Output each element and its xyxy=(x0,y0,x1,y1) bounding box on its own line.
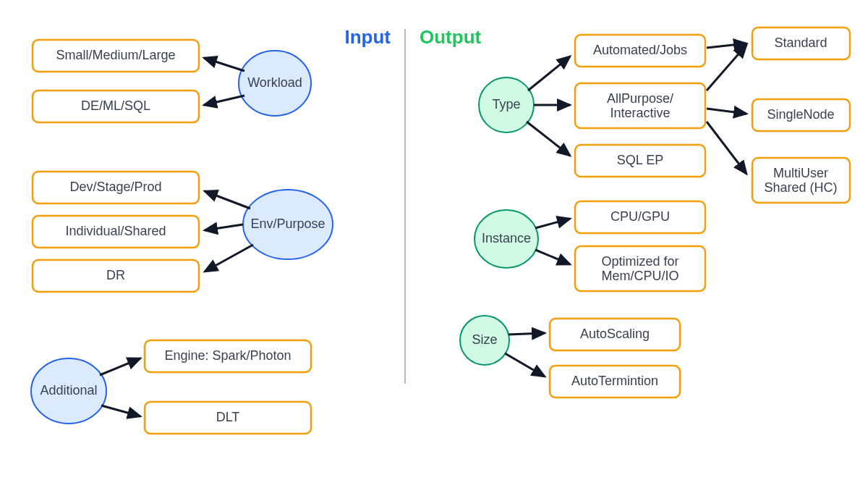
additional-text-0: Engine: Spark/Photon xyxy=(164,348,291,363)
size-text-0: AutoScaling xyxy=(580,327,650,341)
size-text-1: AutoTermintion xyxy=(571,374,658,388)
arrow-size-1 xyxy=(505,353,545,376)
workload-label: Workload xyxy=(247,75,302,90)
arrow-sub-3 xyxy=(707,122,746,174)
instance-text-1a: Optimized for xyxy=(601,254,678,269)
arrow-workload-1 xyxy=(204,96,244,105)
header-output: Output xyxy=(420,26,482,48)
type-sub-text-1: SingleNode xyxy=(767,107,834,122)
type-label: Type xyxy=(492,97,520,112)
arrow-additional-0 xyxy=(100,358,140,375)
type-text-0: Automated/Jobs xyxy=(593,43,687,57)
arrow-size-0 xyxy=(509,333,545,335)
env-label: Env/Purpose xyxy=(250,216,325,231)
diagram-canvas: Input Output Workload Small/Medium/Large… xyxy=(0,0,868,488)
env-text-2: DR xyxy=(106,268,125,282)
type-sub-text-2b: Shared (HC) xyxy=(764,180,837,195)
type-text-1a: AllPurpose/ xyxy=(607,91,673,106)
additional-label: Additional xyxy=(40,383,97,397)
type-text-2: SQL EP xyxy=(617,153,663,167)
arrow-workload-0 xyxy=(204,58,244,71)
type-text-1b: Interactive xyxy=(610,106,670,120)
arrow-type-2 xyxy=(527,122,570,156)
additional-text-1: DLT xyxy=(216,410,240,424)
arrow-env-0 xyxy=(205,191,250,209)
workload-text-1: DE/ML/SQL xyxy=(81,98,150,113)
instance-text-0: CPU/GPU xyxy=(610,209,670,224)
arrow-additional-1 xyxy=(101,405,140,416)
arrow-instance-1 xyxy=(535,250,570,264)
arrow-env-1 xyxy=(205,224,243,230)
env-text-1: Individual/Shared xyxy=(65,224,166,238)
type-sub-text-0: Standard xyxy=(774,35,827,50)
arrow-sub-1 xyxy=(707,45,746,91)
arrow-type-0 xyxy=(528,56,570,91)
arrow-sub-2 xyxy=(707,109,746,114)
instance-text-1b: Mem/CPU/IO xyxy=(601,269,678,283)
header-input: Input xyxy=(344,26,391,48)
size-label: Size xyxy=(472,332,497,347)
arrow-instance-0 xyxy=(535,219,570,228)
env-text-0: Dev/Stage/Prod xyxy=(69,180,161,194)
arrow-env-2 xyxy=(205,245,253,272)
type-sub-text-2a: MultiUser xyxy=(773,166,828,180)
arrow-sub-0 xyxy=(707,43,746,48)
workload-text-0: Small/Medium/Large xyxy=(56,48,175,62)
instance-label: Instance xyxy=(482,231,531,245)
